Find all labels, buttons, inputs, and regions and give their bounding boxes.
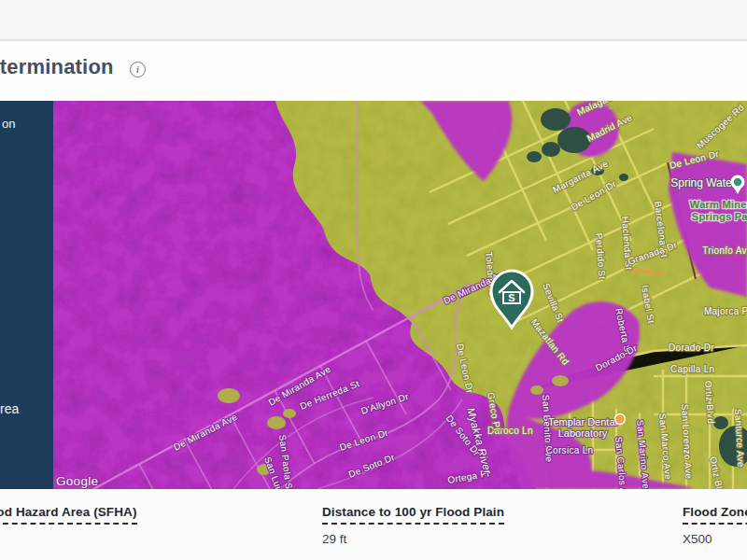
street-label: Capilla Ln xyxy=(670,364,714,374)
info-icon[interactable]: i xyxy=(130,62,146,77)
poi-label-dental-line1: Templar Dental xyxy=(548,416,617,427)
sfha-label[interactable]: Special Flood Hazard Area (SFHA) xyxy=(0,505,137,525)
side-panel-text-fragment: on xyxy=(2,117,15,131)
marker-letter: S xyxy=(508,292,514,303)
map-side-panel: on rea xyxy=(0,101,53,489)
side-panel-text-fragment: rea xyxy=(0,401,19,416)
park-label-line2: Springs Park xyxy=(692,211,747,222)
distance-label[interactable]: Distance to 100 yr Flood Plain xyxy=(322,505,504,525)
poi-label-spring-water[interactable]: Spring Water xyxy=(670,176,736,189)
page-title: Flood Determination xyxy=(0,55,114,79)
sfha-item: Special Flood Hazard Area (SFHA) xyxy=(0,503,137,532)
flood-zone-code-label[interactable]: Flood Zone Code xyxy=(683,505,747,525)
street-label: Trionfo Ave xyxy=(702,245,747,256)
top-chrome-bar xyxy=(0,0,747,41)
distance-value: 29 ft xyxy=(322,532,504,546)
flood-map[interactable]: Malaga Ave Madrid Ave Muscogee Rd De Leo… xyxy=(0,101,747,489)
distance-item: Distance to 100 yr Flood Plain 29 ft xyxy=(322,503,504,546)
park-label-line1: Warm Mineral xyxy=(690,199,747,210)
poi-label-dental-line2: Laboratory xyxy=(558,427,608,439)
flood-zone-code-value: X500 xyxy=(683,532,747,546)
google-attribution[interactable]: Google xyxy=(56,474,98,488)
street-label: Dorado Dr xyxy=(669,343,714,353)
street-label: Corsica Ln xyxy=(546,445,594,455)
flood-zone-code-item: Flood Zone Code X500 xyxy=(683,503,747,546)
flood-map-canvas[interactable]: Malaga Ave Madrid Ave Muscogee Rd De Leo… xyxy=(0,101,747,489)
street-label: Majorca Pl xyxy=(704,306,747,316)
determination-summary: Special Flood Hazard Area (SFHA) Distanc… xyxy=(0,489,747,560)
